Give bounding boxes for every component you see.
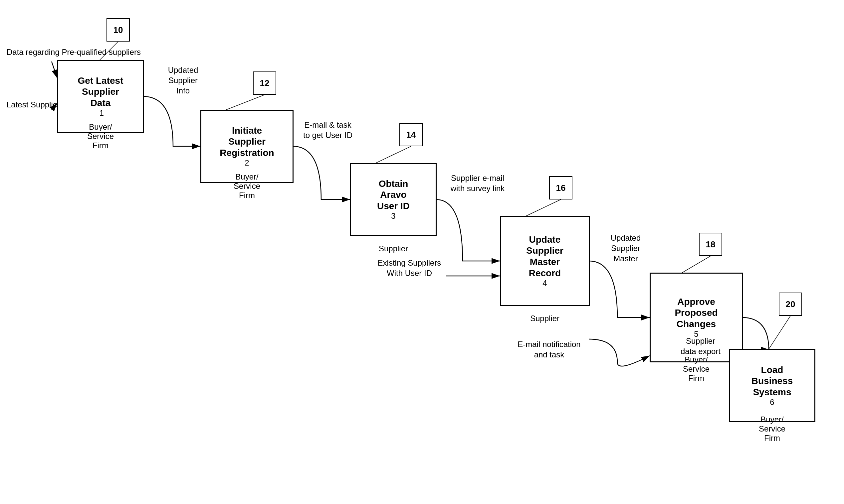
node1-role: Buyer/ServiceFirm: [87, 122, 114, 150]
svg-line-9: [682, 256, 710, 273]
node4-num: 4: [542, 278, 547, 288]
svg-line-6: [376, 146, 411, 163]
node2-role: Buyer/ServiceFirm: [234, 172, 260, 200]
node-initiate-supplier-registration: InitiateSupplierRegistration 2 Buyer/Ser…: [200, 110, 294, 183]
node4-role: Supplier: [530, 314, 559, 323]
node2-num: 2: [245, 158, 249, 167]
node3-num: 3: [391, 212, 395, 221]
node2-title: InitiateSupplierRegistration: [220, 125, 274, 159]
diagram-container: Data regarding Pre-qualified suppliers L…: [0, 0, 844, 504]
label-supplier-export: Supplierdata export: [672, 336, 729, 356]
svg-line-2: [52, 61, 57, 78]
node-update-supplier-master-record: UpdateSupplierMasterRecord 4 Supplier: [500, 216, 590, 306]
node5-role: Buyer/ServiceFirm: [683, 355, 709, 383]
label-supplier-email: Supplier e-mailwith survey link: [444, 173, 511, 194]
svg-line-8: [526, 199, 561, 216]
svg-line-5: [226, 95, 264, 110]
ref-box-14: 14: [399, 123, 423, 146]
svg-line-10: [769, 316, 790, 349]
node6-num: 6: [770, 398, 774, 407]
node-obtain-aravo-user-id: ObtainAravoUser ID 3 Supplier: [350, 163, 437, 236]
node5-title: ApproveProposedChanges: [675, 296, 718, 330]
node3-role: Supplier: [379, 244, 408, 253]
label-updated-master: UpdatedSupplierMaster: [599, 233, 652, 264]
node-get-latest-supplier-data: Get LatestSupplierData 1 Buyer/ServiceFi…: [57, 60, 144, 133]
ref-box-20: 20: [779, 292, 802, 316]
node-load-business-systems: LoadBusinessSystems 6 Buyer/ServiceFirm: [729, 349, 815, 422]
node1-title: Get LatestSupplierData: [78, 75, 123, 109]
label-email-notification: E-mail notificationand task: [509, 339, 589, 360]
ref-box-16: 16: [549, 176, 572, 199]
ref-box-18: 18: [699, 233, 722, 256]
node1-num: 1: [97, 108, 104, 118]
ref-box-10: 10: [106, 18, 130, 41]
node6-role: Buyer/ServiceFirm: [759, 415, 786, 443]
ref-box-12: 12: [253, 71, 276, 95]
label-email-task: E-mail & taskto get User ID: [296, 120, 359, 140]
label-existing-suppliers: Existing SuppliersWith User ID: [366, 258, 453, 278]
label-updated-supplier-info: UpdatedSupplierInfo: [163, 65, 203, 96]
node4-title: UpdateSupplierMasterRecord: [526, 234, 564, 278]
node3-title: ObtainAravoUser ID: [377, 178, 410, 212]
node6-title: LoadBusinessSystems: [752, 364, 793, 398]
input-label-prequalified: Data regarding Pre-qualified suppliers: [7, 47, 141, 58]
